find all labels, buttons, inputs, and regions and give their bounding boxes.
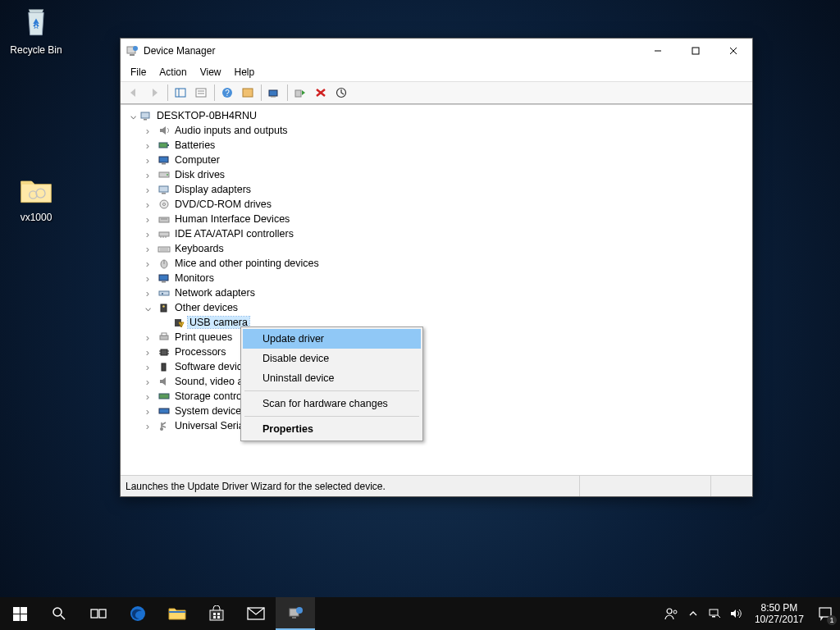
svg-rect-64 [159,409,169,413]
start-button[interactable] [0,597,39,630]
chevron-right-icon[interactable] [142,287,153,299]
desktop-icon-folder-vx1000[interactable]: vx1000 [5,171,67,223]
chevron-right-icon[interactable] [142,376,153,388]
chevron-right-icon[interactable] [142,272,153,285]
taskbar-store[interactable] [197,597,236,630]
tree-category-computer[interactable]: Computer [124,153,752,167]
chevron-right-icon[interactable] [142,331,153,344]
toolbar-uninstall-button[interactable] [311,83,331,103]
device-tree[interactable]: DESKTOP-0BH4RNU Audio inputs and outputs… [121,104,752,475]
chevron-right-icon[interactable] [142,199,153,211]
tree-category-display[interactable]: Display adapters [124,182,752,197]
menubar: File Action View Help [121,63,752,81]
maximize-button[interactable] [677,39,714,63]
menu-file[interactable]: File [124,65,153,80]
tree-device-usb-camera[interactable]: !USB camera [124,315,752,330]
tree-category-monitors[interactable]: Monitors [124,271,752,285]
tree-category-batteries[interactable]: Batteries [124,138,752,153]
desktop-icon-recycle-bin[interactable]: Recycle Bin [5,3,67,56]
taskbar-mail[interactable] [236,597,276,630]
tree-label: Monitors [173,272,216,284]
tray-volume-icon[interactable] [728,606,743,621]
tree-category-processors[interactable]: Processors [124,345,752,359]
ctx-properties[interactable]: Properties [243,419,421,439]
chevron-right-icon[interactable] [142,390,153,403]
chevron-right-icon[interactable] [142,169,153,181]
ctx-scan-hardware[interactable]: Scan for hardware changes [243,394,421,413]
tray-people-icon[interactable] [664,606,679,621]
svg-rect-83 [217,616,220,619]
chevron-right-icon[interactable] [142,184,153,196]
mouse-icon [157,257,171,270]
titlebar[interactable]: Device Manager [121,39,752,63]
tree-category-print[interactable]: Print queues [124,330,752,345]
ctx-update-driver[interactable]: Update driver [243,329,421,349]
chevron-right-icon[interactable] [142,125,153,137]
chevron-right-icon[interactable] [142,346,153,358]
taskbar-clock[interactable]: 8:50 PM 10/27/2017 [748,602,810,625]
minimize-button[interactable] [639,39,677,63]
chevron-right-icon[interactable] [142,420,153,432]
tree-category-disk[interactable]: Disk drives [124,167,752,182]
taskbar-device-manager[interactable] [276,597,315,630]
tree-category-audio[interactable]: Audio inputs and outputs [124,123,752,138]
chevron-right-icon[interactable] [142,228,153,240]
tray-show-hidden-icon[interactable] [686,606,701,621]
chevron-right-icon[interactable] [142,139,153,152]
tray-network-icon[interactable] [707,606,722,621]
tree-root[interactable]: DESKTOP-0BH4RNU [124,108,752,123]
monitor-icon [157,153,171,167]
toolbar-help-button[interactable]: ? [217,83,237,103]
tree-category-other[interactable]: Other devices [124,300,752,315]
system-tray [660,606,748,621]
tree-category-system[interactable]: System devices [124,404,752,418]
ctx-separator [244,416,419,417]
chevron-right-icon[interactable] [142,361,153,373]
ctx-disable-device[interactable]: Disable device [243,349,421,368]
menu-help[interactable]: Help [228,65,262,80]
svg-point-34 [163,203,166,206]
chevron-right-icon[interactable] [142,154,153,167]
taskbar-explorer[interactable] [158,597,197,630]
tree-category-usb[interactable]: Universal Serial Bus controllers [124,418,752,433]
status-cell-3 [711,476,752,496]
recycle-bin-icon [16,3,56,43]
tree-category-ide[interactable]: IDE ATA/ATAPI controllers [124,226,752,241]
toolbar-forward-button[interactable] [144,83,164,103]
tree-category-keyboards[interactable]: Keyboards [124,241,752,256]
close-button[interactable] [714,39,752,63]
toolbar-back-button[interactable] [124,83,144,103]
toolbar-update-button[interactable] [331,83,351,103]
chevron-right-icon[interactable] [142,213,153,226]
search-button[interactable] [39,597,79,630]
svg-rect-25 [159,143,167,148]
menu-action[interactable]: Action [153,65,193,80]
taskbar-edge[interactable] [118,597,158,630]
tree-category-hid[interactable]: Human Interface Devices [124,212,752,226]
action-center-button[interactable]: 1 [810,597,840,630]
tree-category-software[interactable]: Software devices [124,359,752,374]
toolbar-enable-button[interactable] [290,83,310,103]
chevron-right-icon[interactable] [142,258,153,270]
chevron-down-icon[interactable] [127,110,139,121]
ctx-uninstall-device[interactable]: Uninstall device [243,368,421,388]
toolbar-properties-button[interactable] [191,83,211,103]
chevron-down-icon[interactable] [142,302,153,313]
tree-category-mice[interactable]: Mice and other pointing devices [124,256,752,271]
tree-category-network[interactable]: Network adapters [124,285,752,300]
chevron-right-icon[interactable] [142,405,153,418]
toolbar-show-hide-tree-button[interactable] [171,83,190,103]
tree-label: Computer [173,154,221,166]
tree-category-storage[interactable]: Storage controllers [124,389,752,404]
menu-view[interactable]: View [194,65,228,80]
tree-root-label: DESKTOP-0BH4RNU [155,110,258,121]
svg-rect-72 [21,614,27,621]
tree-category-sound[interactable]: Sound, video and game controllers [124,374,752,389]
toolbar-scan-button[interactable] [264,83,284,103]
toolbar-action-button[interactable] [238,83,258,103]
status-cell-2 [580,476,711,496]
chevron-right-icon[interactable] [142,243,153,255]
tree-category-dvd[interactable]: DVD/CD-ROM drives [124,197,752,212]
ide-icon [157,227,171,240]
task-view-button[interactable] [79,597,118,630]
